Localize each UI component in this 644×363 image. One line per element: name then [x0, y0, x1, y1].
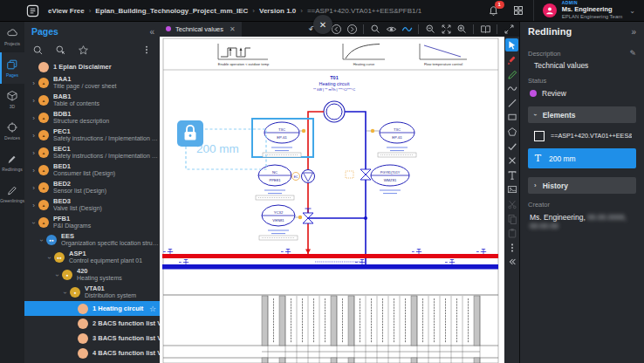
navigation-rail: ProjectsPages3DDevicesRedliningsGreenlin…	[0, 21, 24, 363]
zoom-fit-icon[interactable]	[439, 22, 453, 36]
search-icon[interactable]	[31, 44, 44, 56]
layers-visibility-icon[interactable]	[384, 22, 398, 36]
marker-tool[interactable]	[505, 53, 518, 66]
breadcrumb-page[interactable]: ==ASP1+420.VTA01++EES&PFB1/1	[307, 7, 421, 15]
breadcrumb-app[interactable]: eView Free	[48, 7, 85, 15]
line-tool[interactable]	[505, 96, 518, 109]
page-overview-icon[interactable]	[478, 22, 492, 36]
eview-logo-icon	[26, 4, 39, 17]
tab-technical-values[interactable]: Technical values ✕	[160, 21, 242, 37]
svg-text:PGY81(T01Y: PGY81(T01Y	[380, 171, 401, 175]
chevron-icon[interactable]: ›	[61, 289, 69, 297]
fullscreen-icon[interactable]	[502, 22, 516, 36]
page-tree-item[interactable]: ›▲BED2Sensor list (Design)	[24, 179, 160, 196]
creator-value: Ms. Engineering, 00.00.0000, 00:00:00	[530, 213, 636, 230]
element-item-frame[interactable]: ==ASP1+420.VTA01++EES&PFB1/1	[528, 126, 636, 146]
tab-close-icon[interactable]: ✕	[230, 25, 236, 33]
page-icon: ▲	[38, 165, 49, 175]
chevron-icon[interactable]: ›	[30, 167, 38, 175]
page-tree-item[interactable]: 1 Eplan Disclaimer	[24, 59, 160, 74]
page-icon	[78, 304, 88, 314]
chevron-icon[interactable]: ›	[30, 132, 38, 140]
drawing-sheet[interactable]: Enable operation < outdoor temp Heating …	[160, 37, 504, 363]
check-tool[interactable]	[505, 140, 518, 153]
text-element-icon: T	[532, 153, 544, 164]
polygon-tool[interactable]	[505, 126, 518, 139]
svg-text:YC32: YC32	[274, 210, 284, 215]
sidebar-item-redlinings[interactable]: Redlinings	[0, 147, 24, 178]
page-tree-item[interactable]: ›▲BED1Consumer list (Design)	[24, 161, 160, 179]
redlining-panel-title: Redlining	[528, 26, 631, 37]
page-icon	[78, 348, 88, 359]
status-label: Status	[528, 77, 636, 85]
page-tree-item[interactable]: 4 BACS function list VDI ...	[24, 346, 160, 360]
next-page-icon[interactable]	[345, 22, 359, 36]
edit-pencil-icon[interactable]: ✎	[629, 49, 636, 58]
stamp-tool[interactable]	[505, 183, 518, 196]
apps-grid-icon[interactable]	[509, 1, 528, 20]
chevron-icon[interactable]: ›	[30, 219, 38, 227]
freehand-tool[interactable]	[505, 82, 518, 95]
sidebar-item-3d[interactable]: 3D	[0, 84, 24, 115]
page-tree-item[interactable]: ›▲BAB1Table of contents	[24, 92, 160, 109]
status-value[interactable]: Review	[530, 89, 636, 98]
notifications-bell-icon[interactable]: 1	[484, 1, 504, 20]
sidebar-item-pages[interactable]: Pages	[0, 52, 24, 84]
element-item-text[interactable]: T 200 mm	[528, 148, 636, 168]
page-tree-item[interactable]: ›▲BAA1Title page / cover sheet	[24, 74, 160, 92]
sidebar-item-projects[interactable]: Projects	[0, 21, 24, 52]
chevron-icon[interactable]: ›	[30, 184, 38, 192]
page-tree-item[interactable]: ›●●EESOrganization specific location str…	[24, 231, 160, 249]
favorites-star-icon[interactable]	[77, 44, 89, 56]
chevron-icon[interactable]: ›	[38, 236, 45, 244]
page-tree-item[interactable]: ›▲PFB1P&I Diagrams	[24, 214, 160, 231]
page-tree-item[interactable]: ›●420Heating systems	[24, 266, 160, 284]
chevron-icon[interactable]: ›	[30, 114, 38, 122]
svg-text:EP-61: EP-61	[392, 135, 402, 140]
chevron-icon[interactable]: ›	[30, 79, 38, 87]
pencil-tool[interactable]	[505, 67, 518, 80]
page-tree-item[interactable]: ›▲PEC1Safety instructions / Implementati…	[24, 127, 160, 144]
elements-section-header[interactable]: › Elements	[528, 106, 636, 123]
close-document-button[interactable]: ✕	[313, 15, 332, 34]
select-search-icon[interactable]	[54, 44, 66, 56]
page-tree-item[interactable]: 1 Heating circuit☆	[24, 301, 160, 316]
zoom-out-icon[interactable]	[423, 22, 437, 36]
page-tree-item[interactable]: ›●●ASP1Control equipment plant 01	[24, 249, 160, 266]
rectangle-tool[interactable]	[505, 111, 518, 124]
more-tool[interactable]	[505, 241, 518, 254]
chevron-icon[interactable]: ›	[30, 149, 38, 157]
eview-app-window: eView Free › Eplan_Building_Technology_P…	[0, 0, 644, 363]
more-options-icon[interactable]	[140, 44, 153, 56]
page-tree-item[interactable]: ›▲EEC1Safety instructions / Implementati…	[24, 144, 160, 161]
chevron-icon[interactable]: ›	[53, 271, 61, 279]
sidebar-item-greenlinings[interactable]: Greenlinings	[0, 178, 24, 209]
user-menu[interactable]: ADMIN Ms. Engineering EPLAN Engineering …	[533, 0, 644, 21]
breadcrumb-version[interactable]: Version 1.0	[259, 7, 296, 15]
collapse-panel-icon[interactable]: «	[149, 27, 154, 37]
select-tool[interactable]	[505, 38, 518, 51]
collapse-tool[interactable]	[505, 256, 518, 269]
cross-tool[interactable]	[505, 154, 518, 168]
favorite-star-icon[interactable]: ☆	[146, 305, 160, 313]
redlines-toggle-icon[interactable]	[400, 22, 414, 36]
page-tree-item[interactable]: ›●VTA01Distribution system	[24, 284, 160, 301]
search-icon[interactable]	[368, 22, 382, 36]
zoom-in-icon[interactable]	[455, 22, 469, 36]
text-tool[interactable]	[505, 168, 518, 182]
page-tree-item[interactable]: ›▲BED3Valve list (Design)	[24, 196, 160, 214]
pump-symbol	[324, 101, 345, 122]
page-tree-item[interactable]: ›▲BDB1Structure description	[24, 109, 160, 127]
chevron-icon[interactable]: ›	[45, 254, 53, 262]
chevron-icon[interactable]: ›	[30, 97, 38, 105]
sidebar-item-devices[interactable]: Devices	[0, 115, 24, 147]
page-tree-item[interactable]: 2 BACS function list VDI ...	[24, 316, 160, 331]
collapse-panel-icon[interactable]: »	[631, 27, 636, 37]
user-name: Ms. Engineering	[562, 6, 623, 14]
breadcrumb-project[interactable]: Eplan_Building_Technology_Project_mm_IEC	[95, 7, 248, 15]
chevron-icon[interactable]: ›	[30, 202, 38, 209]
page-icon: ▲	[38, 113, 49, 123]
history-section-header[interactable]: › History	[528, 177, 636, 194]
page-tree-item[interactable]: 3 BACS function list VDI ...	[24, 331, 160, 346]
redlinings-icon	[6, 153, 18, 165]
